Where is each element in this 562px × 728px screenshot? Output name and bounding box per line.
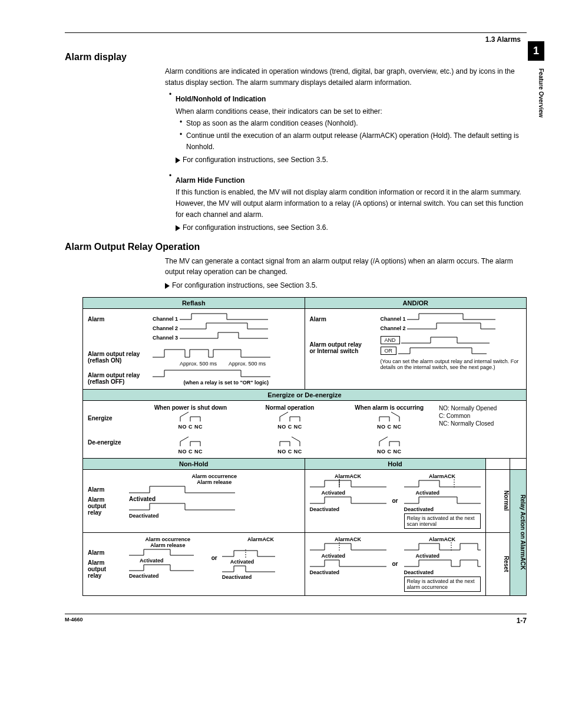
reflash-approx-2: Approx. 500 ms <box>229 361 266 367</box>
timing-waveform-icon <box>310 542 386 552</box>
side-tab-normal: Normal <box>485 469 510 532</box>
alarm-output-relay-label: Alarm output relay <box>88 496 117 516</box>
xref-3-6: For configuration instructions, see Sect… <box>183 223 328 232</box>
blank-cell <box>510 458 527 469</box>
activated-label: Activated <box>310 553 386 559</box>
alarm-label: Alarm <box>88 549 117 556</box>
relay-terminal-labels: NO C NC <box>141 424 240 430</box>
reflash-approx-1: Approx. 500 ms <box>180 361 217 367</box>
timing-waveform-icon <box>310 479 386 489</box>
relay-contact-icon <box>275 436 305 447</box>
timing-waveform-icon <box>407 312 495 321</box>
reflash-header: Reflash <box>83 297 305 308</box>
nonhold-header: Non-Hold <box>83 458 305 469</box>
legend-c: C: Common <box>439 412 521 420</box>
timing-waveform-icon <box>310 559 386 568</box>
bullet-icon: • <box>176 118 186 126</box>
alarm-hide-heading: Alarm Hide Function <box>176 175 527 186</box>
activated-label: Activated <box>129 558 207 564</box>
relay-contact-icon <box>275 411 305 423</box>
alarm-output-relay-label: Alarm output relay <box>88 559 117 579</box>
timing-waveform-icon <box>180 322 268 330</box>
bullet-icon: • <box>165 172 176 180</box>
header-section-ref: 1.3 Alarms <box>65 35 527 44</box>
alarmack-label: AlarmACK <box>310 536 386 542</box>
alarm-occurrence-label: Alarm occurrence <box>129 536 207 542</box>
energize-col-3: When alarm is occurring <box>339 404 439 411</box>
relay-contact-icon <box>375 436 404 447</box>
activated-label: Activated <box>404 490 481 496</box>
activated-label: Activated <box>310 490 386 496</box>
deactivated-label: Deactivated <box>129 513 300 519</box>
energize-col-2: Normal operation <box>240 404 340 411</box>
alarm-display-intro: Alarm conditions are indicated in operat… <box>165 66 527 88</box>
andor-ch1: Channel 1 <box>381 316 406 322</box>
hold-nonhold-heading: Hold/Nonhold of Indication <box>176 94 527 105</box>
xref-3-5a: For configuration instructions, see Sect… <box>183 156 328 164</box>
chapter-tab: 1 <box>528 41 544 61</box>
timing-waveform-icon <box>401 336 490 344</box>
hold-header: Hold <box>305 458 485 469</box>
or-label: or <box>211 555 217 561</box>
or-label: or <box>392 561 398 567</box>
or-label: or <box>392 498 398 504</box>
relay-operation-intro: The MV can generate a contact signal fro… <box>165 256 527 278</box>
alarmack-label: AlarmACK <box>404 473 481 479</box>
timing-waveform-icon <box>180 331 268 340</box>
page-footer: M-4660 1-7 <box>65 614 527 625</box>
deactivated-label: Deactivated <box>404 569 481 575</box>
energize-row-label: Energize <box>88 415 135 421</box>
timing-waveform-icon <box>222 565 275 573</box>
relay-terminal-labels: NO C NC <box>339 449 439 454</box>
nonhold-reset-cell: Alarm Alarm output relay Alarm occurrenc… <box>83 532 305 595</box>
relay-contact-icon <box>375 411 404 423</box>
side-tab-relay-action: Relay Action on AlarmACK <box>510 469 527 595</box>
relay-terminal-labels: NO C NC <box>339 424 439 430</box>
energize-cell: Energize De-energize When power is shut … <box>83 400 527 458</box>
timing-waveform-icon <box>129 502 235 512</box>
deenergize-row-label: De-energize <box>88 439 135 446</box>
relay-terminal-labels: NO C NC <box>240 449 340 454</box>
timing-waveform-icon <box>129 548 194 556</box>
alarm-hide-body: If this function is enabled, the MV will… <box>176 187 527 220</box>
reflash-note: (when a relay is set to "OR" logic) <box>153 380 300 386</box>
reflash-alarm-label: Alarm <box>88 316 141 322</box>
reflash-ch1: Channel 1 <box>153 316 178 322</box>
timing-waveform-icon <box>180 312 268 321</box>
timing-waveform-icon <box>129 485 235 495</box>
relay-contact-icon <box>176 436 205 447</box>
hold-nonhold-item-1: Stop as soon as the alarm condition ceas… <box>186 118 527 129</box>
triangle-icon <box>176 225 180 231</box>
andor-alarm-label: Alarm <box>310 316 369 322</box>
timing-waveform-icon <box>310 496 386 505</box>
hold-nonhold-intro: When alarm conditions cease, their indic… <box>176 106 527 117</box>
hold-nonhold-item-2: Continue until the execution of an alarm… <box>186 130 527 152</box>
energize-col-1: When power is shut down <box>141 404 240 411</box>
timing-waveform-icon <box>153 369 270 378</box>
reflash-cell: Alarm Alarm output relay (reflash ON) Al… <box>83 308 305 389</box>
activated-label: Activated <box>129 496 156 502</box>
footer-doc-id: M-4660 <box>65 617 83 625</box>
reflash-relay-off-label: Alarm output relay (reflash OFF) <box>88 372 141 385</box>
side-chapter-label: Feature Overview <box>528 65 544 121</box>
alarm-release-label: Alarm release <box>129 479 300 485</box>
deactivated-label: Deactivated <box>222 574 300 580</box>
relay-terminal-labels: NO C NC <box>240 424 340 430</box>
footer-page-number: 1-7 <box>517 617 527 625</box>
or-box: OR <box>381 347 397 355</box>
timing-waveform-icon <box>404 559 481 568</box>
andor-header: AND/OR <box>305 297 527 308</box>
alarm-label: Alarm <box>88 486 117 493</box>
xref-3-5b: For configuration instructions, see Sect… <box>172 281 318 289</box>
legend-no: NO: Normally Opened <box>439 404 521 412</box>
timing-waveform-icon <box>404 496 481 505</box>
top-rule <box>65 32 527 33</box>
activated-label: Activated <box>222 559 300 565</box>
deactivated-label: Deactivated <box>129 573 207 579</box>
timing-waveform-icon <box>404 479 481 489</box>
timing-waveform-icon <box>222 549 275 558</box>
heading-relay-operation: Alarm Output Relay Operation <box>65 242 527 252</box>
andor-note: (You can set the alarm output relay and … <box>381 358 522 370</box>
reflash-relay-on-label: Alarm output relay (reflash ON) <box>88 351 141 364</box>
hold-reset-cell: AlarmACK Activated Deactivated or AlarmA… <box>305 532 485 595</box>
